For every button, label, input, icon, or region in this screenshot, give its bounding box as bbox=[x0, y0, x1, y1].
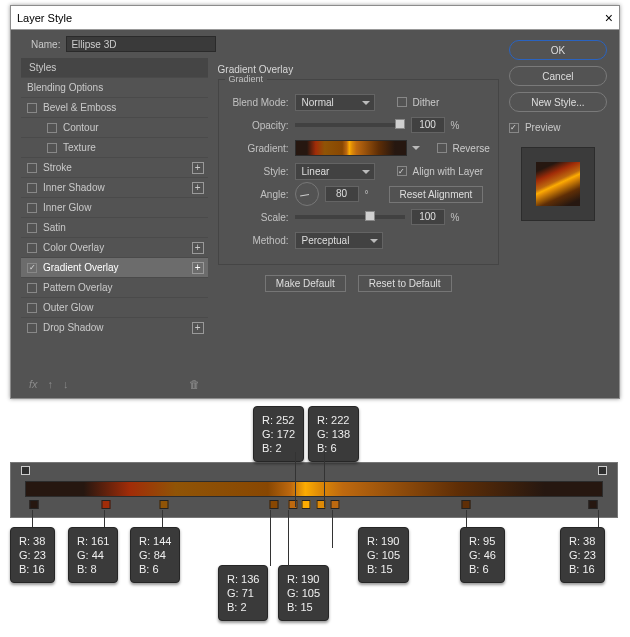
style-checkbox[interactable] bbox=[27, 163, 37, 173]
style-checkbox[interactable] bbox=[27, 103, 37, 113]
gradient-section: Gradient Blend Mode: Normal Dither Opaci… bbox=[218, 79, 499, 265]
dither-checkbox[interactable] bbox=[397, 97, 407, 107]
angle-value[interactable]: 80 bbox=[325, 186, 359, 202]
gradient-picker[interactable] bbox=[295, 140, 407, 156]
opacity-stop-right[interactable] bbox=[598, 466, 607, 475]
style-item-pattern-overlay[interactable]: Pattern Overlay bbox=[21, 277, 208, 297]
add-effect-icon[interactable]: + bbox=[192, 242, 204, 254]
add-effect-icon[interactable]: + bbox=[192, 162, 204, 174]
style-dropdown[interactable]: Linear bbox=[295, 163, 375, 180]
style-label: Outer Glow bbox=[43, 302, 94, 313]
opacity-suffix: % bbox=[451, 120, 460, 131]
style-item-bevel-emboss[interactable]: Bevel & Emboss bbox=[21, 97, 208, 117]
titlebar: Layer Style × bbox=[11, 6, 619, 30]
style-label: Inner Glow bbox=[43, 202, 91, 213]
style-item-stroke[interactable]: Stroke+ bbox=[21, 157, 208, 177]
add-effect-icon[interactable]: + bbox=[192, 182, 204, 194]
opacity-stop-left[interactable] bbox=[21, 466, 30, 475]
style-item-gradient-overlay[interactable]: Gradient Overlay+ bbox=[21, 257, 208, 277]
align-checkbox[interactable] bbox=[397, 166, 407, 176]
style-checkbox[interactable] bbox=[27, 263, 37, 273]
style-checkbox[interactable] bbox=[27, 303, 37, 313]
style-item-satin[interactable]: Satin bbox=[21, 217, 208, 237]
style-label: Contour bbox=[63, 122, 99, 133]
new-style-button[interactable]: New Style... bbox=[509, 92, 607, 112]
style-label: Texture bbox=[63, 142, 96, 153]
style-checkbox[interactable] bbox=[47, 143, 57, 153]
preview-swatch bbox=[521, 147, 595, 221]
style-label: Inner Shadow bbox=[43, 182, 105, 193]
reset-default-button[interactable]: Reset to Default bbox=[358, 275, 452, 292]
color-stop[interactable] bbox=[160, 500, 169, 509]
right-column: OK Cancel New Style... Preview bbox=[509, 40, 619, 398]
color-stop[interactable] bbox=[589, 500, 598, 509]
blending-options-row[interactable]: Blending Options bbox=[21, 77, 208, 97]
style-item-color-overlay[interactable]: Color Overlay+ bbox=[21, 237, 208, 257]
cancel-button[interactable]: Cancel bbox=[509, 66, 607, 86]
callout-bottom-3: R: 136G: 71B: 2 bbox=[218, 565, 268, 621]
style-checkbox[interactable] bbox=[27, 283, 37, 293]
scale-value[interactable]: 100 bbox=[411, 209, 445, 225]
name-label: Name: bbox=[31, 39, 60, 50]
fx-label[interactable]: fx bbox=[29, 378, 38, 390]
style-item-contour[interactable]: Contour bbox=[21, 117, 208, 137]
color-stop[interactable] bbox=[29, 500, 38, 509]
align-label: Align with Layer bbox=[413, 166, 484, 177]
color-stop[interactable] bbox=[270, 500, 279, 509]
add-effect-icon[interactable]: + bbox=[192, 322, 204, 334]
method-dropdown[interactable]: Perceptual bbox=[295, 232, 383, 249]
preview-checkbox-row: Preview bbox=[509, 122, 607, 133]
color-stop[interactable] bbox=[302, 500, 311, 509]
name-input[interactable] bbox=[66, 36, 216, 52]
style-checkbox[interactable] bbox=[27, 243, 37, 253]
name-row: Name: bbox=[31, 36, 216, 52]
style-item-inner-glow[interactable]: Inner Glow bbox=[21, 197, 208, 217]
color-stop[interactable] bbox=[288, 500, 297, 509]
angle-suffix: ° bbox=[365, 189, 369, 200]
down-arrow-icon[interactable]: ↓ bbox=[63, 378, 69, 390]
style-checkbox[interactable] bbox=[27, 323, 37, 333]
style-checkbox[interactable] bbox=[47, 123, 57, 133]
style-label: Satin bbox=[43, 222, 66, 233]
style-checkbox[interactable] bbox=[27, 223, 37, 233]
style-item-inner-shadow[interactable]: Inner Shadow+ bbox=[21, 177, 208, 197]
color-stop[interactable] bbox=[331, 500, 340, 509]
default-buttons-row: Make Default Reset to Default bbox=[218, 275, 499, 292]
add-effect-icon[interactable]: + bbox=[192, 262, 204, 274]
style-item-texture[interactable]: Texture bbox=[21, 137, 208, 157]
reverse-checkbox[interactable] bbox=[437, 143, 447, 153]
callout-bottom-7: R: 38G: 23B: 16 bbox=[560, 527, 605, 583]
color-stop[interactable] bbox=[461, 500, 470, 509]
blend-mode-dropdown[interactable]: Normal bbox=[295, 94, 375, 111]
style-item-outer-glow[interactable]: Outer Glow bbox=[21, 297, 208, 317]
angle-dial[interactable] bbox=[295, 182, 319, 206]
styles-column: Styles Blending Options Bevel & EmbossCo… bbox=[11, 58, 208, 398]
leader-top-1 bbox=[324, 452, 325, 507]
style-label: Color Overlay bbox=[43, 242, 104, 253]
dither-label: Dither bbox=[413, 97, 440, 108]
reset-alignment-button[interactable]: Reset Alignment bbox=[389, 186, 484, 203]
gradient-editor-bar[interactable] bbox=[25, 481, 603, 497]
opacity-value[interactable]: 100 bbox=[411, 117, 445, 133]
trash-icon[interactable]: 🗑 bbox=[189, 378, 200, 390]
callout-bottom-6: R: 95G: 46B: 6 bbox=[460, 527, 505, 583]
style-checkbox[interactable] bbox=[27, 203, 37, 213]
opacity-label: Opacity: bbox=[227, 120, 289, 131]
style-item-drop-shadow[interactable]: Drop Shadow+ bbox=[21, 317, 208, 337]
scale-slider[interactable] bbox=[295, 215, 405, 219]
close-icon[interactable]: × bbox=[605, 10, 613, 26]
callout-bottom-4: R: 190G: 105B: 15 bbox=[278, 565, 329, 621]
style-checkbox[interactable] bbox=[27, 183, 37, 193]
make-default-button[interactable]: Make Default bbox=[265, 275, 346, 292]
gradient-editor bbox=[10, 462, 618, 518]
method-label: Method: bbox=[227, 235, 289, 246]
color-stop[interactable] bbox=[102, 500, 111, 509]
ok-button[interactable]: OK bbox=[509, 40, 607, 60]
style-label: Gradient Overlay bbox=[43, 262, 119, 273]
up-arrow-icon[interactable]: ↑ bbox=[48, 378, 54, 390]
preview-swatch-inner bbox=[536, 162, 580, 206]
preview-checkbox[interactable] bbox=[509, 123, 519, 133]
opacity-slider[interactable] bbox=[295, 123, 405, 127]
style-label: Drop Shadow bbox=[43, 322, 104, 333]
blend-mode-label: Blend Mode: bbox=[227, 97, 289, 108]
